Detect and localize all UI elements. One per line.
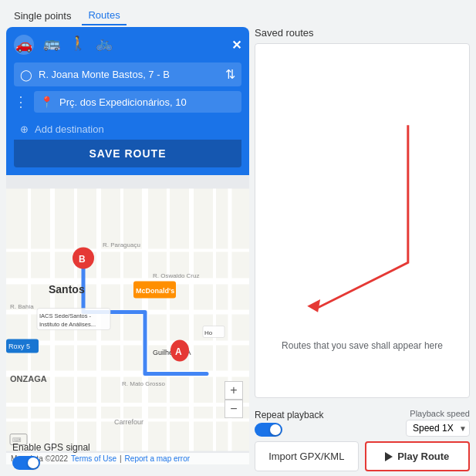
route-card-header: 🚗 🚌 🚶 🚲 ✕ bbox=[14, 35, 241, 55]
zoom-controls: + − bbox=[224, 381, 243, 418]
speed-select[interactable]: Speed 1X Speed 2X Speed 4X Speed 8X bbox=[406, 420, 470, 437]
transport-car-icon[interactable]: 🚗 bbox=[14, 35, 34, 55]
speed-section: Playback speed Speed 1X Speed 2X Speed 4… bbox=[406, 409, 470, 437]
svg-text:Santos: Santos bbox=[49, 283, 85, 295]
svg-marker-43 bbox=[307, 299, 320, 312]
transport-walk-icon[interactable]: 🚶 bbox=[69, 35, 86, 55]
zoom-in-button[interactable]: + bbox=[224, 381, 243, 400]
repeat-toggle-knob bbox=[270, 424, 281, 435]
add-icon: ⊕ bbox=[20, 123, 29, 135]
speed-label: Playback speed bbox=[410, 409, 470, 418]
gps-toggle-knob bbox=[28, 457, 39, 468]
play-label: Play Route bbox=[397, 451, 449, 462]
svg-text:McDonald's: McDonald's bbox=[136, 287, 174, 295]
right-panel: Saved routes Routes that you save shall … bbox=[255, 27, 470, 476]
dots-icon: ⋮ bbox=[14, 91, 28, 113]
add-destination-row[interactable]: ⊕ Add destination bbox=[14, 119, 241, 140]
swap-icon[interactable]: ⇅ bbox=[225, 67, 235, 82]
destination-text[interactable]: Prç. dos Expedicionários, 10 bbox=[59, 96, 187, 108]
import-button[interactable]: Import GPX/KML bbox=[255, 441, 359, 471]
destination-icon: 📍 bbox=[40, 96, 53, 108]
transport-bus-icon[interactable]: 🚌 bbox=[43, 35, 60, 55]
transport-bike-icon[interactable]: 🚲 bbox=[96, 35, 113, 55]
svg-text:Instituto de Análises...: Instituto de Análises... bbox=[39, 321, 96, 328]
saved-routes-area: Routes that you save shall appear here bbox=[255, 43, 470, 398]
routes-empty-message: Routes that you save shall appear here bbox=[263, 340, 461, 351]
origin-text[interactable]: R. Joana Monte Bastos, 7 - B bbox=[39, 69, 170, 80]
gps-section: Enable GPS signal bbox=[12, 442, 90, 470]
transport-modes: 🚗 🚌 🚶 🚲 bbox=[14, 35, 224, 55]
speed-wrapper: Speed 1X Speed 2X Speed 4X Speed 8X ▼ bbox=[406, 420, 470, 437]
origin-icon: ◯ bbox=[20, 69, 32, 81]
svg-text:R. Mato Grosso: R. Mato Grosso bbox=[122, 380, 166, 387]
origin-row: ◯ R. Joana Monte Bastos, 7 - B ⇅ bbox=[14, 62, 241, 86]
controls-section: Repeat playback Playback speed Speed 1X … bbox=[255, 404, 470, 476]
route-inputs: ◯ R. Joana Monte Bastos, 7 - B ⇅ ⋮ 📍 Prç… bbox=[14, 62, 241, 113]
left-panel: 🚗 🚌 🚶 🚲 ✕ ◯ R. Joana Monte Bastos, 7 - B… bbox=[6, 27, 249, 476]
route-card: 🚗 🚌 🚶 🚲 ✕ ◯ R. Joana Monte Bastos, 7 - B… bbox=[6, 27, 249, 175]
tab-routes[interactable]: Routes bbox=[82, 6, 126, 25]
repeat-toggle[interactable] bbox=[255, 423, 282, 437]
svg-text:B: B bbox=[79, 254, 86, 265]
saved-routes-label: Saved routes bbox=[255, 27, 470, 39]
destination-row: 📍 Prç. dos Expedicionários, 10 bbox=[34, 91, 241, 113]
svg-text:ONZAGA: ONZAGA bbox=[10, 374, 47, 383]
tab-single-points[interactable]: Single points bbox=[8, 6, 77, 25]
separator: | bbox=[120, 454, 122, 463]
svg-text:Roxy 5: Roxy 5 bbox=[8, 343, 30, 350]
svg-text:R. Bahia: R. Bahia bbox=[10, 303, 34, 310]
svg-text:R. Oswaldo Cruz: R. Oswaldo Cruz bbox=[153, 272, 199, 279]
svg-text:IACS Sede/Santos -: IACS Sede/Santos - bbox=[39, 312, 92, 319]
playback-controls-row: Repeat playback Playback speed Speed 1X … bbox=[255, 409, 470, 437]
map-svg: R. Paraguaçu R. Oswaldo Cruz R. Bahia R.… bbox=[6, 175, 249, 464]
play-route-button[interactable]: Play Route bbox=[365, 441, 471, 471]
svg-text:Carrefour: Carrefour bbox=[114, 418, 143, 426]
repeat-label: Repeat playback bbox=[255, 410, 323, 420]
action-buttons: Import GPX/KML Play Route bbox=[255, 441, 470, 471]
play-icon bbox=[385, 452, 393, 461]
gps-toggle[interactable] bbox=[12, 456, 40, 470]
zoom-out-button[interactable]: − bbox=[224, 400, 243, 418]
close-button[interactable]: ✕ bbox=[231, 38, 241, 52]
tabs-bar: Single points Routes bbox=[0, 0, 476, 25]
gps-label: Enable GPS signal bbox=[12, 442, 90, 453]
svg-text:R. Paraguaçu: R. Paraguaçu bbox=[103, 241, 140, 248]
add-destination-label: Add destination bbox=[35, 123, 104, 135]
svg-text:A: A bbox=[175, 346, 182, 357]
save-route-button[interactable]: SAVE ROUTE bbox=[14, 140, 241, 167]
report-link[interactable]: Report a map error bbox=[125, 454, 190, 463]
map-container: R. Paraguaçu R. Oswaldo Cruz R. Bahia R.… bbox=[6, 175, 249, 464]
svg-text:Ho: Ho bbox=[204, 329, 213, 336]
